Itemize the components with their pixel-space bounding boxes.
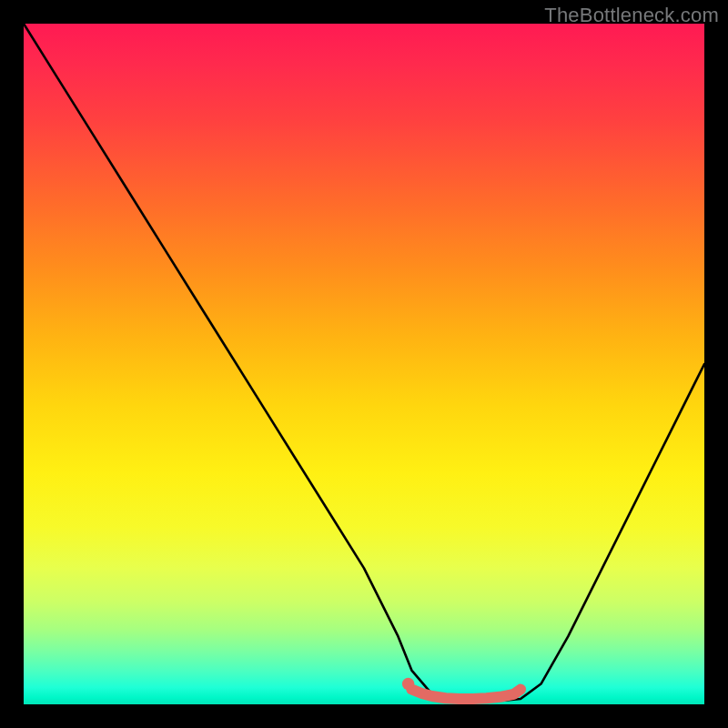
optimal-range-marker	[411, 690, 521, 699]
plot-area	[24, 24, 704, 704]
curve-layer	[24, 24, 704, 704]
watermark-text: TheBottleneck.com	[544, 4, 719, 27]
bottleneck-curve	[24, 24, 704, 701]
chart-frame: TheBottleneck.com	[0, 0, 728, 728]
optimal-start-dot	[402, 678, 414, 690]
